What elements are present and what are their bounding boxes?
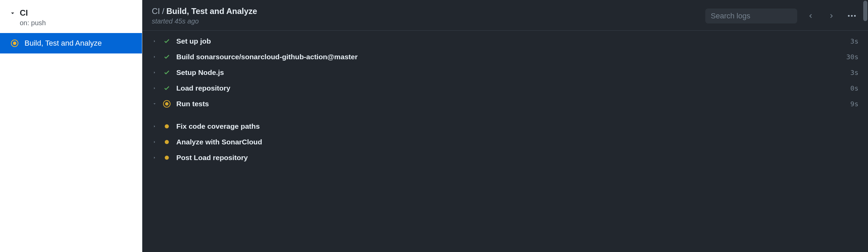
- step-duration: 3s: [850, 68, 858, 77]
- expand-right-icon: [152, 55, 157, 59]
- breadcrumb-separator: /: [160, 6, 166, 16]
- step-row[interactable]: Fix code coverage paths: [142, 119, 868, 134]
- next-button[interactable]: [824, 9, 838, 23]
- check-icon: [163, 85, 170, 92]
- step-name: Build sonarsource/sonarcloud-github-acti…: [176, 53, 841, 61]
- step-name: Fix code coverage paths: [176, 122, 853, 130]
- log-panel: CI/Build, Test and Analyze started 45s a…: [142, 0, 868, 252]
- in-progress-icon: [163, 100, 171, 108]
- queued-icon: [165, 156, 169, 160]
- expand-right-icon: [152, 70, 157, 75]
- in-progress-icon: [11, 40, 18, 47]
- step-name: Load repository: [176, 84, 845, 92]
- step-row[interactable]: Analyze with SonarCloud: [142, 134, 868, 150]
- step-row[interactable]: Setup Node.js 3s: [142, 65, 868, 80]
- search-input[interactable]: [705, 9, 797, 23]
- breadcrumb: CI/Build, Test and Analyze: [152, 6, 257, 16]
- sidebar-job-label: Build, Test and Analyze: [25, 39, 102, 48]
- log-header: CI/Build, Test and Analyze started 45s a…: [142, 0, 868, 31]
- expand-right-icon: [152, 156, 157, 160]
- check-icon: [163, 38, 170, 45]
- chevron-down-icon: [10, 10, 16, 16]
- workflow-name: CI: [20, 8, 46, 18]
- sidebar-job-build-test-analyze[interactable]: Build, Test and Analyze: [0, 33, 142, 53]
- workflow-trigger: on: push: [20, 19, 46, 27]
- started-text: started 45s ago: [152, 17, 257, 25]
- scrollbar-thumb[interactable]: [863, 1, 867, 21]
- sidebar: CI on: push Build, Test and Analyze: [0, 0, 142, 252]
- prev-button[interactable]: [804, 9, 818, 23]
- workflow-header[interactable]: CI on: push: [0, 0, 142, 33]
- steps-list: Set up job 3s Build sonarsource/sonarclo…: [142, 31, 868, 252]
- check-icon: [163, 69, 170, 76]
- step-name: Setup Node.js: [176, 68, 845, 77]
- step-row[interactable]: Load repository 0s: [142, 80, 868, 96]
- queued-icon: [165, 124, 169, 128]
- kebab-dot-icon: [851, 15, 853, 17]
- step-row[interactable]: Post Load repository: [142, 150, 868, 166]
- step-name: Run tests: [176, 100, 845, 108]
- header-controls: [705, 9, 858, 23]
- breadcrumb-job: Build, Test and Analyze: [166, 6, 257, 16]
- step-name: Set up job: [176, 37, 845, 45]
- step-duration: 9s: [850, 100, 858, 108]
- step-duration: 30s: [846, 53, 858, 61]
- step-row[interactable]: Set up job 3s: [142, 33, 868, 49]
- expand-right-icon: [152, 124, 157, 128]
- step-row[interactable]: Run tests 9s: [142, 96, 868, 112]
- scrollbar[interactable]: [863, 0, 868, 252]
- step-name: Analyze with SonarCloud: [176, 138, 853, 146]
- breadcrumb-workflow: CI: [152, 6, 160, 16]
- kebab-dot-icon: [848, 15, 850, 17]
- expand-right-icon: [152, 39, 157, 43]
- kebab-dot-icon: [854, 15, 856, 17]
- expand-down-icon: [152, 102, 157, 106]
- step-duration: 0s: [850, 84, 858, 92]
- step-row[interactable]: Build sonarsource/sonarcloud-github-acti…: [142, 49, 868, 65]
- check-icon: [163, 53, 170, 60]
- expand-right-icon: [152, 86, 157, 90]
- step-duration: 3s: [850, 37, 858, 45]
- more-options-button[interactable]: [845, 9, 858, 23]
- step-name: Post Load repository: [176, 154, 853, 162]
- expand-right-icon: [152, 140, 157, 144]
- chevron-right-icon: [829, 13, 834, 19]
- chevron-left-icon: [808, 13, 814, 19]
- queued-icon: [165, 140, 169, 144]
